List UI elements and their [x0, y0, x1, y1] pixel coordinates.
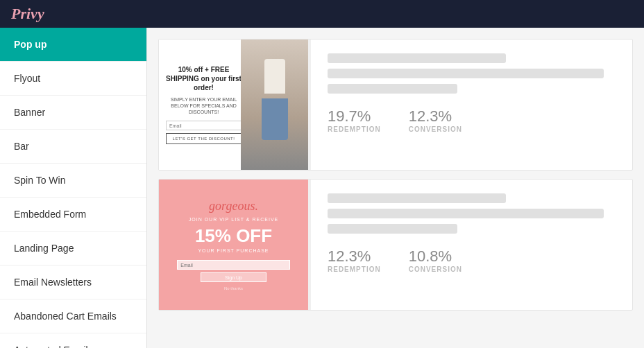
- model-skirt-1: [262, 98, 288, 140]
- model-figure-1: [241, 40, 308, 170]
- sidebar-item-banner[interactable]: Banner: [0, 96, 146, 130]
- sidebar-item-flyout[interactable]: Flyout: [0, 62, 146, 96]
- popup2-footer: No thanks: [224, 286, 243, 290]
- sidebar-item-landing-page[interactable]: Landing Page: [0, 232, 146, 266]
- sidebar: Pop up Flyout Banner Bar Spin To Win Emb…: [0, 28, 147, 348]
- sidebar-item-spin-to-win[interactable]: Spin To Win: [0, 164, 146, 198]
- campaign-card-1: 10% off + FREE SHIPPING on your first or…: [158, 39, 633, 171]
- model-top-1: [264, 59, 285, 94]
- stat-conversion-1: 12.3% CONVERSION: [409, 107, 462, 133]
- app-logo: Privy: [11, 5, 44, 23]
- redemption-value-1: 19.7%: [328, 107, 381, 125]
- skeleton-line-5: [328, 209, 604, 218]
- redemption-label-1: REDEMPTION: [328, 125, 381, 133]
- stat-redemption-1: 19.7% REDEMPTION: [328, 107, 381, 133]
- stats-row-1: 19.7% REDEMPTION 12.3% CONVERSION: [328, 107, 616, 133]
- sidebar-item-abandoned-cart[interactable]: Abandoned Cart Emails: [0, 299, 146, 333]
- popup-email-input-2[interactable]: [177, 260, 289, 270]
- popup2-purchase-text: YOUR FIRST PURCHASE: [198, 248, 269, 253]
- skeleton-line-3: [328, 84, 457, 94]
- sidebar-item-embedded-form[interactable]: Embedded Form: [0, 198, 146, 232]
- popup2-subtitle: JOIN OUR VIP LIST & RECEIVE: [189, 216, 278, 223]
- popup2-discount: 15% OFF: [195, 225, 272, 247]
- skeleton-line-1: [328, 53, 506, 63]
- skeleton-line-4: [328, 193, 506, 203]
- redemption-label-2: REDEMPTION: [328, 266, 381, 273]
- content-area: 10% off + FREE SHIPPING on your first or…: [147, 28, 644, 348]
- popup-model-image-1: [241, 40, 308, 170]
- app-header: Privy: [0, 0, 644, 28]
- stats-row-2: 12.3% REDEMPTION 10.8% CONVERSION: [328, 247, 616, 273]
- popup-email-input-1[interactable]: [166, 121, 242, 130]
- card-info-1: 19.7% REDEMPTION 12.3% CONVERSION: [311, 40, 632, 170]
- skeleton-line-2: [328, 69, 604, 78]
- redemption-value-2: 12.3%: [328, 247, 381, 266]
- card-info-2: 12.3% REDEMPTION 10.8% CONVERSION: [311, 180, 632, 310]
- popup2-tagline: gorgeous.: [209, 199, 258, 214]
- main-layout: Pop up Flyout Banner Bar Spin To Win Emb…: [0, 28, 644, 348]
- popup-title-1: 10% off + FREE SHIPPING on your first or…: [166, 65, 242, 92]
- sidebar-item-popup[interactable]: Pop up: [0, 28, 146, 62]
- sidebar-item-automated-emails[interactable]: Automated Emails: [0, 333, 146, 348]
- popup2-button: Sign Up: [201, 272, 267, 282]
- sidebar-item-email-newsletters[interactable]: Email Newsletters: [0, 266, 146, 299]
- popup-preview-2: gorgeous. JOIN OUR VIP LIST & RECEIVE 15…: [159, 180, 308, 310]
- conversion-value-2: 10.8%: [409, 247, 462, 266]
- popup-preview-1: 10% off + FREE SHIPPING on your first or…: [159, 40, 308, 170]
- skeleton-line-6: [328, 224, 457, 234]
- conversion-label-1: CONVERSION: [409, 125, 462, 133]
- sidebar-item-bar[interactable]: Bar: [0, 130, 146, 164]
- popup-subtitle-1: Simply enter your email below for specia…: [166, 96, 242, 115]
- conversion-label-2: CONVERSION: [409, 266, 462, 273]
- stat-redemption-2: 12.3% REDEMPTION: [328, 247, 381, 273]
- stat-conversion-2: 10.8% CONVERSION: [409, 247, 462, 273]
- campaign-card-2: gorgeous. JOIN OUR VIP LIST & RECEIVE 15…: [158, 179, 633, 311]
- popup-button-1: LET'S GET THE DISCOUNT!: [166, 133, 242, 144]
- conversion-value-1: 12.3%: [409, 107, 462, 125]
- card-preview-1: 10% off + FREE SHIPPING on your first or…: [159, 40, 308, 170]
- popup-form-area-1: 10% off + FREE SHIPPING on your first or…: [159, 40, 248, 170]
- card-preview-2: gorgeous. JOIN OUR VIP LIST & RECEIVE 15…: [159, 180, 308, 310]
